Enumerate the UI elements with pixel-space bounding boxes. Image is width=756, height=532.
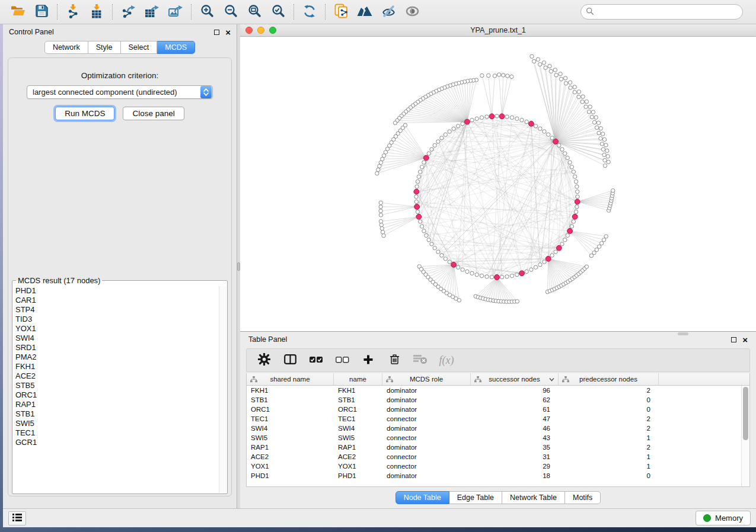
zoom-in-button[interactable] bbox=[195, 2, 219, 22]
memory-button[interactable]: Memory bbox=[696, 511, 751, 525]
cell-MCDS-role[interactable]: dominator bbox=[382, 424, 471, 433]
cell-predecessor-nodes[interactable]: 1 bbox=[559, 462, 659, 471]
table-row[interactable]: ACE2ACE2connector311 bbox=[247, 452, 749, 462]
tab-select[interactable]: Select bbox=[121, 41, 158, 54]
cell-MCDS-role[interactable]: dominator bbox=[382, 386, 471, 395]
cell-predecessor-nodes[interactable]: 1 bbox=[559, 433, 659, 443]
mcds-result-item[interactable]: CAR1 bbox=[15, 296, 219, 305]
cell-successor-nodes[interactable]: 31 bbox=[471, 452, 559, 462]
export-table-button[interactable] bbox=[140, 2, 164, 22]
tab-node-table[interactable]: Node Table bbox=[395, 491, 449, 504]
cell-MCDS-role[interactable]: connector bbox=[382, 433, 471, 443]
cell-MCDS-role[interactable]: dominator bbox=[382, 443, 471, 452]
zoom-fit-button[interactable] bbox=[243, 2, 266, 22]
cell-shared-name[interactable]: PHD1 bbox=[247, 471, 334, 480]
table-scrollbar[interactable] bbox=[741, 386, 749, 486]
mcds-result-item[interactable]: ORC1 bbox=[15, 390, 219, 400]
tab-network-table[interactable]: Network Table bbox=[502, 491, 565, 504]
table-scrollbar-thumb[interactable] bbox=[743, 387, 748, 440]
mcds-result-item[interactable]: STB5 bbox=[15, 381, 219, 390]
table-row[interactable]: SWI5SWI5connector431 bbox=[247, 433, 749, 443]
cell-name[interactable]: FKH1 bbox=[334, 386, 382, 395]
cell-successor-nodes[interactable]: 18 bbox=[471, 471, 559, 480]
cell-predecessor-nodes[interactable]: 0 bbox=[559, 405, 659, 414]
cell-shared-name[interactable]: SWI5 bbox=[247, 433, 334, 443]
binoculars-button[interactable] bbox=[353, 2, 377, 22]
column-header-name[interactable]: name bbox=[334, 373, 382, 385]
cell-MCDS-role[interactable]: connector bbox=[382, 414, 471, 424]
table-mode-gear-button[interactable] bbox=[254, 351, 274, 369]
column-header-predecessor-nodes[interactable]: predecessor nodes bbox=[559, 373, 659, 385]
tab-motifs[interactable]: Motifs bbox=[565, 491, 601, 504]
cell-predecessor-nodes[interactable]: 2 bbox=[559, 424, 659, 433]
cell-MCDS-role[interactable]: connector bbox=[382, 452, 471, 462]
close-panel-button[interactable]: Close panel bbox=[123, 107, 184, 120]
table-row[interactable]: PHD1PHD1dominator180 bbox=[247, 471, 749, 480]
open-session-button[interactable] bbox=[6, 2, 30, 22]
cell-name[interactable]: SWI4 bbox=[334, 424, 382, 433]
cell-successor-nodes[interactable]: 47 bbox=[471, 414, 559, 424]
mcds-result-item[interactable]: YOX1 bbox=[15, 324, 219, 334]
table-row[interactable]: YOX1YOX1connector291 bbox=[247, 462, 749, 471]
import-network-button[interactable] bbox=[61, 2, 85, 22]
mcds-result-item[interactable]: TEC1 bbox=[15, 428, 219, 438]
tab-mcds[interactable]: MCDS bbox=[157, 41, 195, 54]
column-header-successor-nodes[interactable]: successor nodes bbox=[471, 373, 559, 385]
table-row[interactable]: FKH1FKH1dominator962 bbox=[247, 386, 749, 395]
cell-predecessor-nodes[interactable]: 0 bbox=[559, 395, 659, 405]
mcds-result-item[interactable]: STP4 bbox=[15, 305, 219, 315]
cell-successor-nodes[interactable]: 46 bbox=[471, 424, 559, 433]
cell-successor-nodes[interactable]: 35 bbox=[471, 443, 559, 452]
column-header-shared-name[interactable]: shared name bbox=[247, 373, 334, 385]
export-network-button[interactable] bbox=[116, 2, 140, 22]
cell-shared-name[interactable]: YOX1 bbox=[247, 462, 334, 471]
cell-successor-nodes[interactable]: 61 bbox=[471, 405, 559, 414]
search-input[interactable] bbox=[594, 6, 738, 18]
mcds-result-item[interactable]: RAP1 bbox=[15, 400, 219, 409]
cell-successor-nodes[interactable]: 43 bbox=[471, 433, 559, 443]
cell-shared-name[interactable]: ORC1 bbox=[247, 405, 334, 414]
close-table-panel-icon[interactable]: × bbox=[742, 337, 748, 342]
network-from-selection-button[interactable] bbox=[329, 2, 353, 22]
select-all-rows-button[interactable] bbox=[306, 351, 326, 369]
cell-name[interactable]: ACE2 bbox=[334, 452, 382, 462]
table-row[interactable]: ORC1ORC1dominator610 bbox=[247, 405, 749, 414]
cell-successor-nodes[interactable]: 62 bbox=[471, 395, 559, 405]
cell-name[interactable]: SWI5 bbox=[334, 433, 382, 443]
cell-name[interactable]: ORC1 bbox=[334, 405, 382, 414]
float-table-panel-icon[interactable] bbox=[731, 337, 736, 342]
mcds-result-item[interactable]: PHD1 bbox=[15, 286, 219, 296]
table-row[interactable]: SWI4SWI4dominator462 bbox=[247, 424, 749, 433]
show-panels-button[interactable] bbox=[8, 511, 26, 525]
save-session-button[interactable] bbox=[30, 2, 53, 22]
cell-shared-name[interactable]: RAP1 bbox=[247, 443, 334, 452]
hide-graphics-details-button[interactable] bbox=[377, 2, 400, 22]
cell-predecessor-nodes[interactable]: 2 bbox=[559, 386, 659, 395]
apply-layout-button[interactable] bbox=[298, 2, 321, 22]
add-column-button[interactable] bbox=[358, 351, 378, 369]
mcds-result-item[interactable]: GCR1 bbox=[15, 438, 219, 447]
import-table-button[interactable] bbox=[85, 2, 109, 22]
cell-predecessor-nodes[interactable]: 0 bbox=[559, 471, 659, 480]
mcds-result-item[interactable]: ACE2 bbox=[15, 371, 219, 381]
zoom-selected-button[interactable] bbox=[266, 2, 290, 22]
cell-predecessor-nodes[interactable]: 1 bbox=[559, 452, 659, 462]
cell-name[interactable]: TEC1 bbox=[334, 414, 382, 424]
optimization-criterion-select[interactable]: largest connected component (undirected) bbox=[27, 85, 213, 99]
float-panel-icon[interactable] bbox=[214, 30, 219, 35]
close-panel-icon[interactable]: × bbox=[225, 30, 231, 35]
cell-name[interactable]: RAP1 bbox=[334, 443, 382, 452]
cell-shared-name[interactable]: STB1 bbox=[247, 395, 334, 405]
cell-MCDS-role[interactable]: dominator bbox=[382, 405, 471, 414]
cell-successor-nodes[interactable]: 29 bbox=[471, 462, 559, 471]
table-row[interactable]: STB1STB1dominator620 bbox=[247, 395, 749, 405]
show-graphics-details-button[interactable] bbox=[400, 2, 424, 22]
mcds-result-item[interactable]: TID3 bbox=[15, 315, 219, 324]
network-window-titlebar[interactable]: YPA_prune.txt_1 bbox=[240, 24, 756, 37]
export-image-button[interactable] bbox=[164, 2, 187, 22]
result-list-scrollbar[interactable] bbox=[219, 286, 227, 493]
mcds-result-item[interactable]: FKH1 bbox=[15, 362, 219, 371]
cell-shared-name[interactable]: FKH1 bbox=[247, 386, 334, 395]
cell-name[interactable]: STB1 bbox=[334, 395, 382, 405]
mcds-result-item[interactable]: SWI5 bbox=[15, 419, 219, 428]
